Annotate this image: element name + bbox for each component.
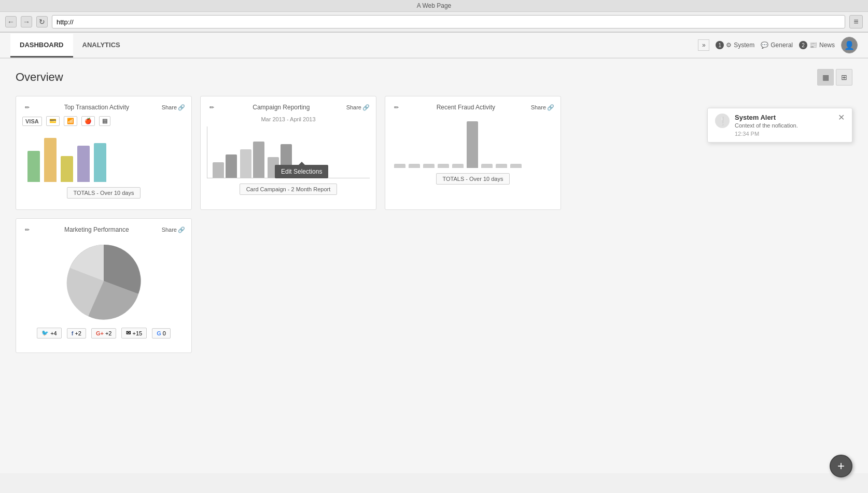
fraud-actions: Share 🔗 (531, 104, 554, 111)
fraud-title: Recent Fraud Activity (437, 104, 495, 111)
transaction-chart-label[interactable]: TOTALS - Over 10 days (67, 187, 141, 199)
fraud-chart-label[interactable]: TOTALS - Over 10 days (436, 173, 510, 185)
fraud-header: ✏ Recent Fraud Activity Share 🔗 (391, 103, 554, 112)
fraud-bar-6 (467, 121, 478, 168)
overview-title: Overview (16, 71, 63, 84)
system-icon: ⚙ (726, 41, 732, 49)
fraud-chart-footer: TOTALS - Over 10 days (391, 173, 554, 185)
refresh-button[interactable]: ↻ (36, 16, 48, 27)
marketing-edit-button[interactable]: ✏ (22, 225, 32, 234)
share-icon: 🔗 (178, 104, 185, 111)
top-transaction-share-label: Share (162, 104, 177, 110)
system-badge: 1 (716, 41, 724, 49)
browser-title-bar: A Web Page (0, 0, 868, 12)
top-icons-bar: » 1 ⚙ System 💬 General 2 📰 News 👤 (698, 33, 858, 58)
marketing-performance-card: ✏ Marketing Performance Share 🔗 (16, 218, 192, 353)
marketing-actions: Share 🔗 (162, 227, 185, 233)
payment-icons-row: VISA 💳 📶 🍎 ▤ (22, 116, 185, 126)
tab-analytics[interactable]: ANALYTICS (73, 34, 130, 58)
twitter-count: +4 (50, 330, 57, 336)
edit-selections-tooltip: Edit Selections (275, 165, 328, 178)
grid-view-button[interactable]: ⊞ (836, 69, 852, 86)
marketing-share-button[interactable]: Share 🔗 (162, 227, 185, 233)
fraud-share-label: Share (531, 104, 546, 110)
campaign-bar-1b (226, 154, 237, 178)
news-icon-item[interactable]: 2 📰 News (799, 41, 835, 49)
page-title-browser: A Web Page (417, 2, 452, 9)
fraud-share-icon: 🔗 (547, 104, 554, 111)
top-transaction-actions: Share 🔗 (162, 104, 185, 111)
fraud-bar-8 (496, 164, 507, 168)
top-transaction-edit-button[interactable]: ✏ (22, 103, 32, 112)
system-alert-panel: ❕ System Alert Context of the nofication… (707, 108, 852, 143)
top-transaction-header: ✏ Top Transaction Activity Share 🔗 (22, 103, 185, 112)
campaign-chart-footer: Card Campaign - 2 Month Report (207, 184, 370, 195)
system-icon-item[interactable]: 1 ⚙ System (716, 41, 754, 49)
page-header: Overview ▦ ⊞ (16, 69, 852, 86)
top-transaction-title: Top Transaction Activity (64, 104, 129, 111)
campaign-chart-label[interactable]: Card Campaign - 2 Month Report (240, 184, 338, 195)
browser-chrome: A Web Page ← → ↻ ≡ (0, 0, 868, 33)
apple-icon: 🍎 (81, 116, 95, 126)
campaign-share-button[interactable]: Share 🔗 (346, 104, 370, 111)
fraud-bar-chart (391, 116, 554, 168)
googleplus-share-button[interactable]: G+ +2 (91, 328, 117, 339)
tab-dashboard[interactable]: DASHBOARD (10, 34, 73, 58)
marketing-header: ✏ Marketing Performance Share 🔗 (22, 225, 185, 234)
bar-1 (27, 151, 40, 182)
google-share-button[interactable]: G 0 (152, 328, 171, 339)
alert-icon: ❕ (715, 114, 730, 128)
campaign-bar-group-2 (240, 142, 264, 178)
campaign-bar-2a (240, 149, 251, 178)
alert-content: System Alert Context of the nofication. … (735, 114, 833, 137)
expand-tabs-button[interactable]: » (698, 39, 709, 51)
marketing-share-label: Share (162, 227, 177, 233)
alert-body: Context of the nofication. (735, 122, 833, 129)
fraud-bar-2 (409, 164, 420, 168)
facebook-icon: f (72, 330, 74, 336)
facebook-count: +2 (75, 330, 81, 336)
campaign-share-icon: 🔗 (362, 104, 370, 111)
alert-close-button[interactable]: ✕ (838, 114, 845, 122)
bottom-cards-row: ✏ Marketing Performance Share 🔗 (16, 218, 852, 353)
general-icon-item[interactable]: 💬 General (761, 41, 793, 49)
social-buttons-row: 🐦 +4 f +2 G+ +2 ✉ +15 G 0 (22, 328, 185, 339)
campaign-actions: Share 🔗 (346, 104, 370, 111)
campaign-share-label: Share (346, 104, 361, 110)
fraud-bar-7 (481, 164, 493, 168)
top-transaction-share-button[interactable]: Share 🔗 (162, 104, 185, 111)
forward-button[interactable]: → (21, 16, 32, 27)
fab-button[interactable]: + (830, 455, 852, 477)
bar-5 (94, 143, 106, 182)
news-badge: 2 (799, 41, 807, 49)
general-label: General (771, 41, 793, 49)
recent-fraud-card: ✏ Recent Fraud Activity Share 🔗 (385, 96, 561, 210)
email-share-button[interactable]: ✉ +15 (121, 328, 147, 339)
system-label: System (734, 41, 754, 49)
bar-3 (61, 156, 73, 182)
twitter-icon: 🐦 (41, 330, 49, 336)
alert-time: 12:34 PM (735, 131, 833, 137)
facebook-share-button[interactable]: f +2 (67, 328, 86, 339)
googleplus-count: +2 (105, 330, 112, 336)
campaign-bar-group-1 (213, 154, 237, 178)
speech-icon: 💬 (761, 41, 768, 49)
marketing-title: Marketing Performance (64, 226, 129, 233)
url-bar[interactable] (52, 15, 845, 29)
fraud-edit-button[interactable]: ✏ (391, 103, 401, 112)
back-button[interactable]: ← (5, 16, 17, 27)
google-count: 0 (163, 330, 166, 336)
fraud-share-button[interactable]: Share 🔗 (531, 104, 554, 111)
main-content: ❕ System Alert Context of the nofication… (0, 59, 868, 473)
campaign-edit-button[interactable]: ✏ (207, 103, 216, 112)
fraud-bar-4 (438, 164, 449, 168)
fraud-bar-3 (423, 164, 435, 168)
browser-menu-button[interactable]: ≡ (849, 15, 863, 29)
campaign-bar-1a (213, 162, 224, 178)
visa-icon: VISA (22, 117, 42, 126)
twitter-share-button[interactable]: 🐦 +4 (37, 328, 62, 339)
user-avatar[interactable]: 👤 (841, 37, 858, 53)
bar-view-button[interactable]: ▦ (817, 69, 834, 86)
campaign-header: ✏ Campaign Reporting Share 🔗 (207, 103, 370, 112)
news-label: News (819, 41, 835, 49)
